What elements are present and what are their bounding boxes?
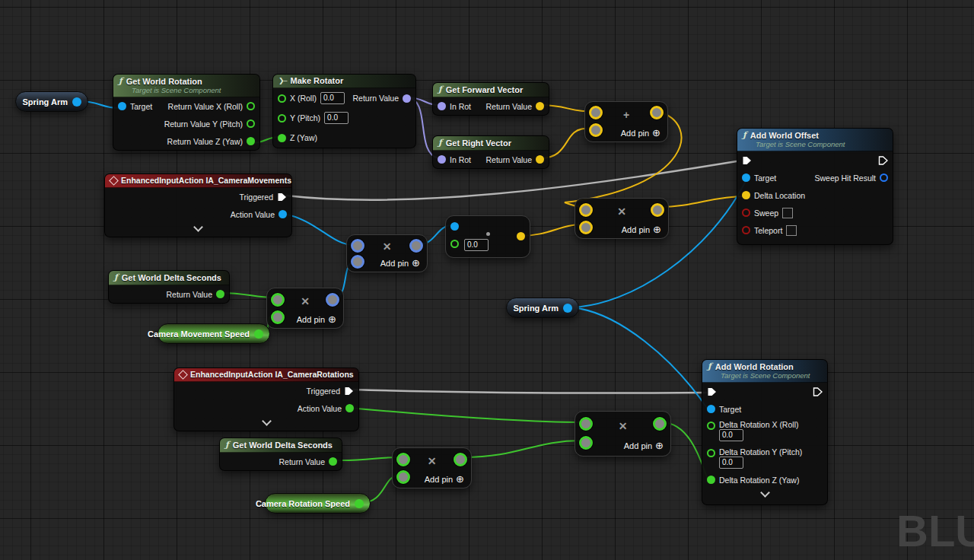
chevron-down-icon[interactable]	[193, 222, 203, 232]
vector-output-pin[interactable]	[517, 232, 525, 240]
multiply-input-pin-b[interactable]	[351, 255, 364, 269]
node-compact-scale[interactable]: 0.0	[445, 215, 530, 258]
pin-label: X (Roll)	[290, 94, 317, 103]
add-pin-button[interactable]: Add pin ⊕	[425, 474, 464, 484]
pin-label: Return Value	[485, 102, 532, 111]
y-pitch-input-pin[interactable]	[278, 114, 286, 123]
wire-deltaseconds2-multiplyD[interactable]	[335, 457, 397, 460]
pin-label: Action Value	[231, 210, 275, 219]
target-input-pin[interactable]	[742, 173, 750, 182]
add-pin-button[interactable]: Add pin ⊕	[621, 128, 660, 138]
float-output-pin[interactable]	[329, 457, 337, 466]
node-enhanced-input-camera-rotations[interactable]: EnhancedInputAction IA_CameraRotations T…	[173, 368, 359, 431]
node-add-world-offset[interactable]: ƒ Add World Offset Target is Scene Compo…	[737, 128, 893, 245]
multiply-input-pin-b[interactable]	[271, 310, 285, 324]
target-input-pin[interactable]	[118, 102, 126, 110]
exec-output-pin[interactable]	[813, 387, 823, 396]
blueprint-canvas[interactable]: Spring Arm Spring Arm Camera Movement Sp…	[0, 0, 974, 560]
float-output-pin[interactable]	[254, 329, 263, 339]
z-yaw-input-pin[interactable]	[278, 134, 286, 142]
return-y-output-pin[interactable]	[247, 119, 255, 128]
rotator-output-pin[interactable]	[403, 94, 411, 103]
exec-output-pin[interactable]	[878, 156, 888, 165]
variable-node-camera-movement-speed[interactable]: Camera Movement Speed	[158, 323, 270, 344]
add-pin-button[interactable]: Add pin ⊕	[380, 258, 420, 268]
exec-input-pin[interactable]	[742, 156, 752, 165]
multiply-input-pin-b[interactable]	[579, 436, 593, 450]
x-roll-value-field[interactable]: 0.0	[320, 92, 345, 104]
delta-rotation-x-input-pin[interactable]	[707, 422, 715, 430]
node-title: EnhancedInputAction IA_CameraRotations	[190, 370, 354, 379]
delta-rotation-x-value-field[interactable]: 0.0	[719, 429, 743, 441]
return-z-output-pin[interactable]	[247, 137, 255, 145]
y-pitch-value-field[interactable]: 0.0	[324, 112, 349, 124]
delta-rotation-y-value-field[interactable]: 0.0	[719, 457, 743, 469]
multiply-input-pin-b[interactable]	[579, 221, 593, 234]
variable-label: Spring Arm	[514, 304, 559, 313]
vector2d-input-pin[interactable]	[450, 222, 459, 231]
collapse-row	[105, 223, 291, 234]
wire-springarm2-rotation-target[interactable]	[571, 307, 708, 410]
target-input-pin[interactable]	[707, 405, 715, 413]
node-get-world-rotation[interactable]: ƒ Get World Rotation Target is Scene Com…	[113, 74, 260, 151]
node-multiply-rotation-speed[interactable]: ✕ Add pin ⊕	[392, 447, 472, 488]
teleport-input-pin[interactable]	[742, 226, 750, 234]
variable-label: Camera Rotation Speed	[256, 499, 350, 508]
node-get-world-delta-seconds-2[interactable]: ƒ Get World Delta Seconds Return Value	[219, 438, 342, 471]
action-value-output-pin[interactable]	[345, 404, 354, 412]
node-get-world-delta-seconds-1[interactable]: ƒ Get World Delta Seconds Return Value	[108, 270, 230, 304]
variable-node-camera-rotation-speed[interactable]: Camera Rotation Speed	[265, 493, 371, 514]
node-multiply-rotation-final[interactable]: ✕ Add pin ⊕	[575, 411, 671, 457]
node-subtitle: Target is Scene Component	[756, 140, 886, 148]
node-enhanced-input-camera-movements[interactable]: EnhancedInputAction IA_CameraMovements T…	[104, 173, 292, 237]
delta-rotation-z-input-pin[interactable]	[707, 476, 715, 484]
object-output-pin[interactable]	[563, 304, 572, 313]
chevron-down-icon[interactable]	[262, 416, 272, 426]
in-rot-input-pin[interactable]	[438, 155, 446, 164]
x-roll-input-pin[interactable]	[278, 94, 286, 103]
sweep-input-pin[interactable]	[742, 208, 750, 217]
add-pin-icon: ⊕	[328, 314, 336, 324]
variable-node-spring-arm-1[interactable]: Spring Arm	[15, 91, 88, 112]
return-x-output-pin[interactable]	[247, 102, 255, 110]
object-output-pin[interactable]	[72, 97, 81, 107]
wire-actionvalue-multiplyB[interactable]	[283, 214, 353, 245]
float-input-pin[interactable]	[450, 240, 459, 248]
vector-output-pin[interactable]	[536, 102, 544, 110]
function-icon: ƒ	[743, 130, 746, 140]
add-input-pin-b[interactable]	[589, 123, 603, 137]
node-multiply-float[interactable]: ✕ Add pin ⊕	[266, 288, 344, 329]
chevron-down-icon[interactable]	[760, 488, 770, 498]
vector-output-pin[interactable]	[536, 155, 544, 164]
node-make-rotator[interactable]: ❯‒ Make Rotator X (Roll) 0.0 Return Valu…	[272, 74, 416, 148]
collapse-row	[702, 488, 827, 500]
in-rot-input-pin[interactable]	[438, 102, 446, 110]
teleport-checkbox[interactable]	[786, 225, 797, 236]
node-multiply-vector2d[interactable]: ✕ Add pin ⊕	[346, 234, 428, 272]
delta-location-input-pin[interactable]	[742, 191, 750, 199]
node-multiply-vector[interactable]: ✕ Add pin ⊕	[575, 198, 669, 239]
float-output-pin[interactable]	[355, 499, 364, 508]
add-pin-button[interactable]: Add pin ⊕	[622, 224, 661, 234]
action-value-output-pin[interactable]	[279, 210, 287, 218]
node-get-forward-vector[interactable]: ƒ Get Forward Vector In Rot Return Value	[432, 82, 549, 116]
variable-node-spring-arm-2[interactable]: Spring Arm	[506, 298, 579, 318]
node-add-operator[interactable]: + Add pin ⊕	[584, 101, 668, 142]
add-pin-button[interactable]: Add pin ⊕	[624, 441, 664, 450]
wire-actionvalue2-multiplyE[interactable]	[349, 408, 581, 422]
pin-label: Triggered	[239, 192, 273, 202]
exec-output-pin[interactable]	[277, 192, 287, 202]
node-get-right-vector[interactable]: ƒ Get Right Vector In Rot Return Value	[432, 135, 549, 169]
float-output-pin[interactable]	[216, 290, 224, 298]
sweep-hit-result-output-pin[interactable]	[880, 173, 888, 182]
node-add-world-rotation[interactable]: ƒ Add World Rotation Target is Scene Com…	[702, 359, 828, 505]
scale-value-field[interactable]: 0.0	[464, 239, 489, 251]
delta-rotation-y-input-pin[interactable]	[707, 449, 715, 457]
add-pin-button[interactable]: Add pin ⊕	[297, 314, 336, 324]
wire-exec-rotations[interactable]	[353, 390, 706, 393]
exec-input-pin[interactable]	[707, 387, 717, 396]
multiply-input-pin-b[interactable]	[396, 470, 410, 484]
sweep-checkbox[interactable]	[782, 208, 793, 218]
wire-multiplyD-multiplyE[interactable]	[463, 441, 581, 457]
exec-output-pin[interactable]	[344, 387, 354, 396]
